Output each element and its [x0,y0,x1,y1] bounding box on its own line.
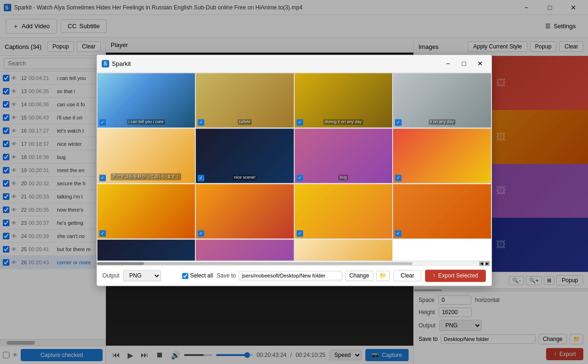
modal-hscroll-track [97,262,412,265]
thumb-caption-text: i can tell you i care [127,119,165,125]
modal-export-button[interactable]: ↑ Export Selected [425,269,486,282]
thumb-checkbox[interactable]: ✓ [198,174,204,181]
thumb-checkbox[interactable]: ✓ [198,119,204,126]
thumb-caption-text: nice scene! [233,174,257,180]
modal-maximize-button[interactable]: □ [458,58,471,69]
thumb-checkbox[interactable]: ✓ [99,119,106,126]
modal-thumbnail[interactable]: ✓ アーデコルを好がって語いいます！ [97,128,196,183]
thumb-caption-text: cafete [237,119,252,125]
thumb-checkbox[interactable]: ✓ [198,230,204,237]
modal-output-label: Output [103,272,120,279]
thumb-checkbox[interactable]: ✓ [395,119,402,126]
modal-thumbnail[interactable]: ✓ bug [294,128,393,183]
modal-overlay[interactable]: S Sparkit − □ ✕ ✓ i can tell you i care … [0,0,588,364]
thumb-checkbox[interactable]: ✓ [99,174,106,181]
modal-thumbnail[interactable]: ✓ [97,183,196,239]
modal-app-icon: S [102,60,109,67]
select-all-checkbox[interactable] [182,273,188,279]
modal-thumbnail[interactable] [97,239,196,261]
modal-change-button[interactable]: Change [345,270,373,281]
modal-export-label: Export Selected [438,272,478,279]
thumb-checkbox[interactable]: ✓ [395,174,402,181]
modal-thumbnail[interactable]: ✓ during it on any day [294,72,393,128]
thumb-caption-text: アーデコルを好がって語いいます！ [111,173,181,180]
modal-thumbnail[interactable]: ✓ [393,183,491,239]
modal-export-icon: ↑ [433,272,435,279]
select-all-label: Select all [190,272,213,279]
modal-scroll-left[interactable]: ◀ [479,261,484,266]
export-modal: S Sparkit − □ ✕ ✓ i can tell you i care … [97,55,492,286]
thumb-checkbox[interactable]: ✓ [297,174,303,181]
modal-thumbnail[interactable] [195,239,294,261]
thumb-caption-text: during it on any day [323,119,363,125]
thumb-checkbox[interactable]: ✓ [99,230,106,237]
modal-title: Sparkit [112,60,439,67]
modal-thumbnail[interactable]: ✓ i can tell you i care [97,72,196,128]
modal-clear-button[interactable]: Clear [394,270,421,281]
thumb-caption-text: it on any day [428,119,455,125]
modal-footer: Output PNG Select all Save to Change 📁 C… [97,265,491,285]
modal-thumbnail[interactable]: ✓ it on any day [393,72,491,128]
thumb-checkbox[interactable]: ✓ [395,230,402,237]
modal-thumbnail[interactable] [294,239,393,261]
select-all-container: Select all [182,272,213,279]
modal-thumbnail[interactable]: ✓ [393,128,491,183]
modal-save-row: Save to Change 📁 [217,270,390,281]
modal-thumbnail-grid: ✓ i can tell you i care ✓ cafete ✓ durin… [97,72,491,261]
modal-thumbnail[interactable]: ✓ cafete [195,72,294,128]
modal-save-label: Save to [217,272,236,279]
modal-close-button[interactable]: ✕ [474,58,487,69]
modal-scroll-right[interactable]: ▶ [485,261,490,266]
modal-title-bar: S Sparkit − □ ✕ [97,55,491,72]
modal-thumbnail[interactable]: ✓ [294,183,393,239]
thumb-caption-text: bug [338,174,348,180]
modal-output-select[interactable]: PNG [123,270,161,281]
thumb-checkbox[interactable]: ✓ [297,119,303,126]
modal-folder-button[interactable]: 📁 [376,270,390,281]
modal-thumbnail[interactable]: ✓ nice scene! [195,128,294,183]
modal-body: ✓ i can tell you i care ✓ cafete ✓ durin… [97,72,491,261]
modal-minimize-button[interactable]: − [442,58,455,69]
thumb-checkbox[interactable]: ✓ [297,230,303,237]
modal-path-input[interactable] [239,271,342,280]
modal-thumbnail[interactable]: ✓ [195,183,294,239]
modal-hscroll[interactable]: ◀ ▶ [97,261,491,265]
modal-hscroll-thumb [97,262,144,265]
